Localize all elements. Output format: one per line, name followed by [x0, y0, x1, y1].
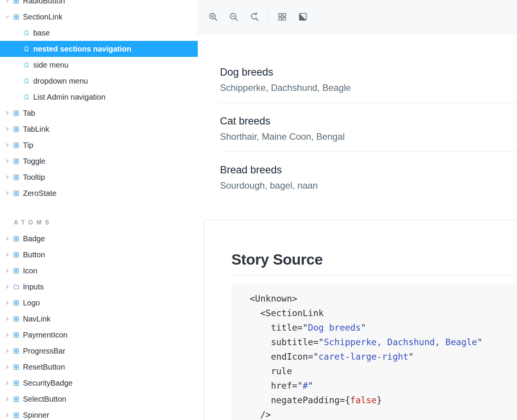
component-icon — [13, 158, 19, 165]
chevron-right-icon[interactable] — [5, 0, 10, 3]
sidebar-item-label: Inputs — [23, 283, 44, 291]
sidebar-item-label: SectionLink — [23, 13, 62, 21]
chevron-down-icon[interactable] — [5, 15, 10, 19]
sidebar-item-inputs[interactable]: Inputs — [0, 279, 198, 295]
zoom-out-button[interactable] — [226, 9, 241, 24]
bookmark-icon — [23, 46, 30, 52]
sidebar-item-logo[interactable]: Logo — [0, 295, 198, 311]
section-title[interactable]: Bread breeds — [220, 164, 517, 176]
bookmark-icon — [23, 62, 30, 68]
sidebar-item-label: RadioButton — [23, 0, 65, 5]
sidebar-item-icon[interactable]: Icon — [0, 263, 198, 279]
sidebar-item-label: SecurityBadge — [23, 379, 73, 388]
component-icon — [13, 364, 19, 370]
chevron-right-icon[interactable] — [5, 397, 10, 401]
zoom-in-button[interactable] — [205, 9, 221, 24]
source-panel-rule — [231, 275, 517, 275]
canvas-toolbar — [198, 0, 517, 34]
sidebar-item-zerostate[interactable]: ZeroState — [0, 185, 198, 201]
chevron-right-icon[interactable] — [5, 381, 10, 385]
sidebar-item-securitybadge[interactable]: SecurityBadge — [0, 375, 198, 391]
code-line: href="#" — [250, 378, 517, 393]
section-rule — [220, 103, 517, 103]
chevron-right-icon[interactable] — [5, 191, 10, 195]
chevron-right-icon[interactable] — [5, 236, 10, 241]
sidebar-item-resetbutton[interactable]: ResetButton — [0, 359, 198, 375]
chevron-right-icon[interactable] — [5, 284, 10, 289]
component-icon — [13, 110, 19, 116]
sidebar-item-label: dropdown menu — [33, 77, 88, 86]
sidebar-item-label: base — [33, 29, 50, 37]
section-title[interactable]: Dog breeds — [220, 66, 517, 78]
component-icon — [13, 252, 19, 258]
chevron-right-icon[interactable] — [5, 349, 10, 353]
storybook-app: RadioButtonSectionLinkbasenested section… — [0, 0, 517, 420]
chevron-right-icon[interactable] — [5, 143, 10, 147]
sidebar-item-sectionlink[interactable]: SectionLink — [0, 9, 198, 25]
sidebar-item-tablink[interactable]: TabLink — [0, 121, 198, 137]
section-subtitle: Sourdough, bagel, naan — [220, 180, 517, 191]
sidebar-item-toggle[interactable]: Toggle — [0, 153, 198, 169]
chevron-right-icon[interactable] — [5, 333, 10, 337]
sidebar-item-progressbar[interactable]: ProgressBar — [0, 343, 198, 359]
sidebar-item-base[interactable]: base — [0, 25, 198, 41]
section-title[interactable]: Cat breeds — [220, 115, 517, 127]
sidebar-item-list-admin-navigation[interactable]: List Admin navigation — [0, 89, 198, 105]
story-source-code: <Unknown> <SectionLink title="Dog breeds… — [231, 284, 517, 420]
sidebar-item-label: Toggle — [23, 157, 45, 166]
bookmark-icon — [23, 30, 30, 36]
zoom-out-icon — [229, 12, 239, 22]
grid-toggle-button[interactable] — [275, 9, 290, 24]
component-icon — [13, 142, 19, 149]
preview-canvas: Dog breedsSchipperke, Dachshund, BeagleC… — [198, 34, 517, 420]
sidebar-item-label: List Admin navigation — [33, 93, 105, 102]
component-icon — [13, 0, 19, 4]
chevron-right-icon[interactable] — [5, 413, 10, 417]
zoom-reset-icon — [249, 12, 259, 22]
chevron-right-icon[interactable] — [5, 252, 10, 257]
measure-toggle-button[interactable] — [295, 9, 310, 24]
chevron-right-icon[interactable] — [5, 317, 10, 321]
sidebar-item-dropdown-menu[interactable]: dropdown menu — [0, 73, 198, 89]
chevron-right-icon[interactable] — [5, 268, 10, 273]
sidebar-item-button[interactable]: Button — [0, 247, 198, 263]
sidebar-item-spinner[interactable]: Spinner — [0, 407, 198, 420]
sidebar-item-nested-sections-navigation[interactable]: nested sections navigation — [0, 41, 198, 57]
sidebar-item-badge[interactable]: Badge — [0, 231, 198, 247]
chevron-right-icon[interactable] — [5, 175, 10, 179]
sidebar-item-label: Button — [23, 250, 45, 259]
section-subtitle: Schipperke, Dachshund, Beagle — [220, 82, 517, 94]
chevron-right-icon[interactable] — [5, 159, 10, 163]
component-icon — [13, 268, 19, 274]
sidebar-item-label: SelectButton — [23, 395, 66, 404]
sidebar-item-selectbutton[interactable]: SelectButton — [0, 391, 198, 407]
chevron-right-icon[interactable] — [5, 365, 10, 369]
section-link: Cat breedsShorthair, Maine Coon, Bengal — [220, 115, 517, 152]
chevron-right-icon[interactable] — [5, 127, 10, 131]
sidebar-item-label: Spinner — [23, 411, 49, 420]
sidebar-item-tooltip[interactable]: Tooltip — [0, 169, 198, 185]
component-icon — [13, 316, 19, 322]
sidebar-item-navlink[interactable]: NavLink — [0, 311, 198, 327]
sidebar-item-label: ResetButton — [23, 363, 65, 372]
sidebar-item-label: nested sections navigation — [33, 45, 131, 53]
component-icon — [13, 14, 19, 20]
sidebar-item-radiobutton[interactable]: RadioButton — [0, 0, 198, 9]
sidebar-item-tab[interactable]: Tab — [0, 105, 198, 121]
main-panel: Dog breedsSchipperke, Dachshund, BeagleC… — [198, 0, 517, 420]
chevron-right-icon[interactable] — [5, 111, 10, 115]
sidebar-item-label: side menu — [33, 61, 68, 69]
grid-icon — [277, 12, 287, 22]
sidebar-item-paymenticon[interactable]: PaymentIcon — [0, 327, 198, 343]
sidebar-item-label: Logo — [23, 299, 40, 307]
sidebar-item-tip[interactable]: Tip — [0, 137, 198, 153]
chevron-right-icon[interactable] — [5, 300, 10, 305]
sidebar-item-label: ZeroState — [23, 189, 57, 198]
section-rule — [220, 152, 517, 152]
zoom-reset-button[interactable] — [247, 9, 262, 24]
code-line: <SectionLink — [250, 306, 517, 320]
sidebar-item-label: Tooltip — [23, 173, 45, 182]
bookmark-icon — [23, 78, 30, 84]
sidebar-item-side-menu[interactable]: side menu — [0, 57, 198, 73]
section-link-list: Dog breedsSchipperke, Dachshund, BeagleC… — [220, 66, 517, 191]
